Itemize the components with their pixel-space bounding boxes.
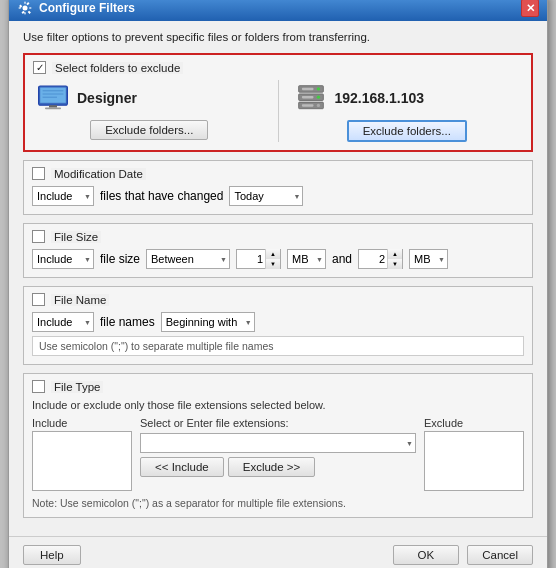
file-type-row: Include Select or Enter file extensions:… (32, 417, 524, 491)
main-content: Use filter options to prevent specific f… (9, 21, 547, 536)
ext-select-label: Select or Enter file extensions: (140, 417, 416, 429)
exclude-list[interactable] (424, 431, 524, 491)
gear-icon (17, 0, 33, 16)
ext-select-wrap (140, 433, 416, 453)
file-size-label: File Size (51, 231, 101, 243)
cancel-button[interactable]: Cancel (467, 545, 533, 565)
file-size-include-select[interactable]: Include Exclude (32, 249, 94, 269)
mod-date-option-select[interactable]: Today Yesterday Last Week (229, 186, 303, 206)
mod-date-option-wrap: Today Yesterday Last Week (229, 186, 303, 206)
file-name-option-select[interactable]: Beginning with Ending with Containing (161, 312, 255, 332)
file-size-row: Include Exclude file size Between Less t… (32, 249, 524, 269)
title-bar-left: Configure Filters (17, 0, 135, 16)
file-size-option-select[interactable]: Between Less than Greater than (146, 249, 230, 269)
select-folders-checkbox[interactable] (33, 61, 46, 74)
left-exclude-folders-button[interactable]: Exclude folders... (90, 120, 208, 140)
file-size-from-down[interactable]: ▼ (266, 259, 280, 269)
file-size-to-up[interactable]: ▲ (388, 249, 402, 259)
include-btn[interactable]: << Include (140, 457, 224, 477)
right-folder-name: 192.168.1.103 (335, 90, 425, 106)
file-size-to-unit-select[interactable]: MB KB GB (409, 249, 448, 269)
close-button[interactable]: ✕ (521, 0, 539, 17)
window-title: Configure Filters (39, 1, 135, 15)
file-size-include-wrap: Include Exclude (32, 249, 94, 269)
svg-rect-16 (301, 104, 313, 106)
file-name-section: File Name Include Exclude file names Beg… (23, 286, 533, 365)
file-size-and-label: and (332, 252, 352, 266)
file-size-header: File Size (32, 230, 524, 243)
file-size-from-unit-select[interactable]: MB KB GB (287, 249, 326, 269)
svg-rect-2 (40, 88, 66, 103)
mod-date-row: Include Exclude files that have changed … (32, 186, 524, 206)
svg-rect-14 (301, 88, 313, 90)
mod-date-checkbox[interactable] (32, 167, 45, 180)
file-size-middle-label: file size (100, 252, 140, 266)
file-type-label: File Type (51, 381, 103, 393)
folder-divider (278, 80, 279, 142)
file-size-to-arrows: ▲ ▼ (387, 249, 402, 269)
file-size-to-unit-wrap: MB KB GB (409, 249, 448, 269)
mod-date-middle-label: files that have changed (100, 189, 223, 203)
file-name-include-wrap: Include Exclude (32, 312, 94, 332)
footer: Help OK Cancel (9, 536, 547, 568)
file-ext-area: Select or Enter file extensions: << Incl… (140, 417, 416, 477)
select-folders-label: Select folders to exclude (52, 62, 183, 74)
modification-date-section: Modification Date Include Exclude files … (23, 160, 533, 215)
file-name-row: Include Exclude file names Beginning wit… (32, 312, 524, 332)
exclude-btn[interactable]: Exclude >> (228, 457, 316, 477)
file-size-section: File Size Include Exclude file size Betw… (23, 223, 533, 278)
file-name-hint: Use semicolon (";") to separate multiple… (32, 336, 524, 356)
left-folder-item: Designer Exclude folders... (33, 80, 266, 142)
exclude-list-container: Exclude (424, 417, 524, 491)
file-size-to-spinbox: ▲ ▼ (358, 249, 403, 269)
file-size-to-input[interactable] (359, 253, 387, 265)
right-folder-item: 192.168.1.103 Exclude folders... (291, 80, 524, 142)
ext-select[interactable] (140, 433, 416, 453)
help-button[interactable]: Help (23, 545, 81, 565)
file-type-header: File Type (32, 380, 524, 393)
file-type-section: File Type Include or exclude only those … (23, 373, 533, 518)
designer-monitor-icon (37, 84, 69, 112)
right-exclude-folders-button[interactable]: Exclude folders... (347, 120, 467, 142)
file-size-option-wrap: Between Less than Greater than (146, 249, 230, 269)
title-bar: Configure Filters ✕ (9, 0, 547, 21)
file-name-label: File Name (51, 294, 109, 306)
include-list-label: Include (32, 417, 132, 429)
file-type-checkbox[interactable] (32, 380, 45, 393)
mod-date-include-wrap: Include Exclude (32, 186, 94, 206)
file-size-from-input[interactable] (237, 253, 265, 265)
svg-rect-3 (49, 105, 57, 107)
select-folders-header: Select folders to exclude (33, 61, 523, 74)
svg-point-12 (316, 96, 319, 99)
file-size-from-arrows: ▲ ▼ (265, 249, 280, 269)
file-size-from-unit-wrap: MB KB GB (287, 249, 326, 269)
left-folder-name: Designer (77, 90, 137, 106)
file-name-include-select[interactable]: Include Exclude (32, 312, 94, 332)
description-text: Use filter options to prevent specific f… (23, 31, 533, 43)
svg-point-0 (23, 6, 28, 11)
server-icon (295, 84, 327, 112)
svg-rect-4 (45, 108, 61, 110)
file-size-checkbox[interactable] (32, 230, 45, 243)
file-size-from-up[interactable]: ▲ (266, 249, 280, 259)
svg-rect-15 (301, 96, 313, 98)
ok-button[interactable]: OK (393, 545, 460, 565)
include-list-container: Include (32, 417, 132, 491)
select-folders-section: Select folders to exclude (23, 53, 533, 152)
configure-filters-window: Configure Filters ✕ Use filter options t… (8, 0, 548, 568)
file-size-to-down[interactable]: ▼ (388, 259, 402, 269)
footer-right: OK Cancel (393, 545, 533, 565)
file-name-middle-label: file names (100, 315, 155, 329)
mod-date-include-select[interactable]: Include Exclude (32, 186, 94, 206)
file-name-header: File Name (32, 293, 524, 306)
file-name-checkbox[interactable] (32, 293, 45, 306)
include-list[interactable] (32, 431, 132, 491)
file-type-description: Include or exclude only those file exten… (32, 399, 524, 411)
file-size-from-spinbox: ▲ ▼ (236, 249, 281, 269)
svg-point-11 (316, 87, 319, 90)
file-name-option-wrap: Beginning with Ending with Containing (161, 312, 255, 332)
right-folder-display: 192.168.1.103 (291, 80, 524, 116)
mod-date-label: Modification Date (51, 168, 146, 180)
folder-row: Designer Exclude folders... (33, 80, 523, 142)
mod-date-header: Modification Date (32, 167, 524, 180)
